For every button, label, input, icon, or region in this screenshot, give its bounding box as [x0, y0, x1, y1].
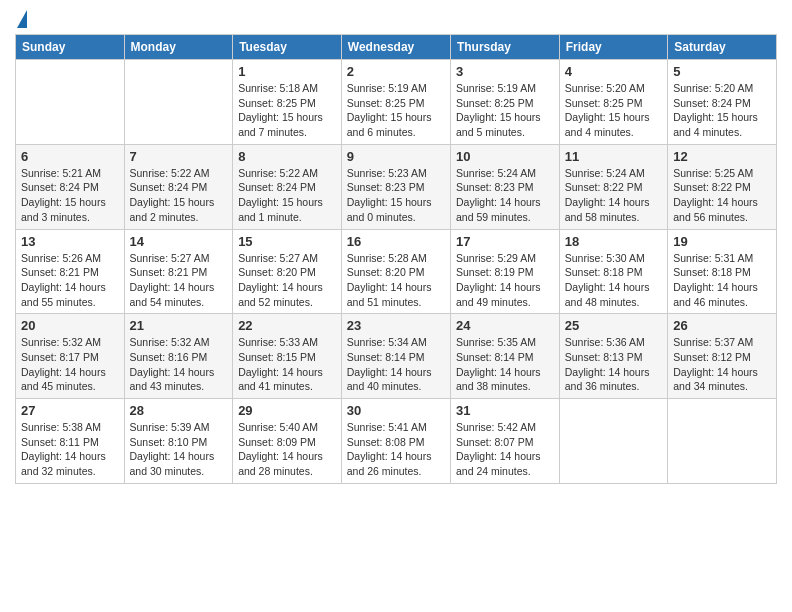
calendar-week-1: 1Sunrise: 5:18 AM Sunset: 8:25 PM Daylig…	[16, 60, 777, 145]
day-info: Sunrise: 5:33 AM Sunset: 8:15 PM Dayligh…	[238, 335, 336, 394]
day-number: 4	[565, 64, 662, 79]
calendar-cell: 14Sunrise: 5:27 AM Sunset: 8:21 PM Dayli…	[124, 229, 233, 314]
day-number: 17	[456, 234, 554, 249]
day-number: 24	[456, 318, 554, 333]
day-number: 12	[673, 149, 771, 164]
calendar-cell: 26Sunrise: 5:37 AM Sunset: 8:12 PM Dayli…	[668, 314, 777, 399]
day-number: 18	[565, 234, 662, 249]
calendar-cell: 29Sunrise: 5:40 AM Sunset: 8:09 PM Dayli…	[233, 399, 342, 484]
day-number: 28	[130, 403, 228, 418]
calendar-cell	[559, 399, 667, 484]
calendar-cell: 27Sunrise: 5:38 AM Sunset: 8:11 PM Dayli…	[16, 399, 125, 484]
logo-triangle-icon	[17, 10, 27, 28]
calendar-cell: 1Sunrise: 5:18 AM Sunset: 8:25 PM Daylig…	[233, 60, 342, 145]
calendar-cell: 3Sunrise: 5:19 AM Sunset: 8:25 PM Daylig…	[450, 60, 559, 145]
day-info: Sunrise: 5:30 AM Sunset: 8:18 PM Dayligh…	[565, 251, 662, 310]
calendar-cell: 19Sunrise: 5:31 AM Sunset: 8:18 PM Dayli…	[668, 229, 777, 314]
day-number: 6	[21, 149, 119, 164]
column-header-monday: Monday	[124, 35, 233, 60]
calendar-cell: 12Sunrise: 5:25 AM Sunset: 8:22 PM Dayli…	[668, 144, 777, 229]
calendar-table: SundayMondayTuesdayWednesdayThursdayFrid…	[15, 34, 777, 484]
calendar-cell: 9Sunrise: 5:23 AM Sunset: 8:23 PM Daylig…	[341, 144, 450, 229]
column-header-sunday: Sunday	[16, 35, 125, 60]
day-number: 10	[456, 149, 554, 164]
logo	[15, 10, 27, 28]
day-info: Sunrise: 5:28 AM Sunset: 8:20 PM Dayligh…	[347, 251, 445, 310]
day-info: Sunrise: 5:38 AM Sunset: 8:11 PM Dayligh…	[21, 420, 119, 479]
column-header-wednesday: Wednesday	[341, 35, 450, 60]
day-info: Sunrise: 5:42 AM Sunset: 8:07 PM Dayligh…	[456, 420, 554, 479]
calendar-cell: 2Sunrise: 5:19 AM Sunset: 8:25 PM Daylig…	[341, 60, 450, 145]
calendar-cell: 10Sunrise: 5:24 AM Sunset: 8:23 PM Dayli…	[450, 144, 559, 229]
day-info: Sunrise: 5:35 AM Sunset: 8:14 PM Dayligh…	[456, 335, 554, 394]
day-number: 21	[130, 318, 228, 333]
day-number: 27	[21, 403, 119, 418]
calendar-cell: 24Sunrise: 5:35 AM Sunset: 8:14 PM Dayli…	[450, 314, 559, 399]
day-info: Sunrise: 5:29 AM Sunset: 8:19 PM Dayligh…	[456, 251, 554, 310]
calendar-cell: 31Sunrise: 5:42 AM Sunset: 8:07 PM Dayli…	[450, 399, 559, 484]
calendar-cell: 20Sunrise: 5:32 AM Sunset: 8:17 PM Dayli…	[16, 314, 125, 399]
calendar-week-2: 6Sunrise: 5:21 AM Sunset: 8:24 PM Daylig…	[16, 144, 777, 229]
calendar-cell: 7Sunrise: 5:22 AM Sunset: 8:24 PM Daylig…	[124, 144, 233, 229]
calendar-cell	[16, 60, 125, 145]
day-number: 20	[21, 318, 119, 333]
calendar-week-3: 13Sunrise: 5:26 AM Sunset: 8:21 PM Dayli…	[16, 229, 777, 314]
calendar-cell: 13Sunrise: 5:26 AM Sunset: 8:21 PM Dayli…	[16, 229, 125, 314]
calendar-cell: 22Sunrise: 5:33 AM Sunset: 8:15 PM Dayli…	[233, 314, 342, 399]
day-number: 7	[130, 149, 228, 164]
day-number: 15	[238, 234, 336, 249]
day-info: Sunrise: 5:27 AM Sunset: 8:20 PM Dayligh…	[238, 251, 336, 310]
day-info: Sunrise: 5:26 AM Sunset: 8:21 PM Dayligh…	[21, 251, 119, 310]
calendar-cell: 8Sunrise: 5:22 AM Sunset: 8:24 PM Daylig…	[233, 144, 342, 229]
day-info: Sunrise: 5:25 AM Sunset: 8:22 PM Dayligh…	[673, 166, 771, 225]
day-info: Sunrise: 5:32 AM Sunset: 8:17 PM Dayligh…	[21, 335, 119, 394]
day-info: Sunrise: 5:24 AM Sunset: 8:22 PM Dayligh…	[565, 166, 662, 225]
day-info: Sunrise: 5:36 AM Sunset: 8:13 PM Dayligh…	[565, 335, 662, 394]
calendar-cell: 11Sunrise: 5:24 AM Sunset: 8:22 PM Dayli…	[559, 144, 667, 229]
column-header-friday: Friday	[559, 35, 667, 60]
calendar-cell: 23Sunrise: 5:34 AM Sunset: 8:14 PM Dayli…	[341, 314, 450, 399]
day-number: 31	[456, 403, 554, 418]
day-number: 11	[565, 149, 662, 164]
day-info: Sunrise: 5:40 AM Sunset: 8:09 PM Dayligh…	[238, 420, 336, 479]
day-number: 30	[347, 403, 445, 418]
calendar-cell: 17Sunrise: 5:29 AM Sunset: 8:19 PM Dayli…	[450, 229, 559, 314]
calendar-header-row: SundayMondayTuesdayWednesdayThursdayFrid…	[16, 35, 777, 60]
day-info: Sunrise: 5:20 AM Sunset: 8:24 PM Dayligh…	[673, 81, 771, 140]
day-info: Sunrise: 5:19 AM Sunset: 8:25 PM Dayligh…	[456, 81, 554, 140]
calendar-cell	[124, 60, 233, 145]
day-number: 14	[130, 234, 228, 249]
day-info: Sunrise: 5:32 AM Sunset: 8:16 PM Dayligh…	[130, 335, 228, 394]
day-info: Sunrise: 5:21 AM Sunset: 8:24 PM Dayligh…	[21, 166, 119, 225]
day-number: 25	[565, 318, 662, 333]
day-number: 29	[238, 403, 336, 418]
day-info: Sunrise: 5:22 AM Sunset: 8:24 PM Dayligh…	[238, 166, 336, 225]
day-number: 1	[238, 64, 336, 79]
day-info: Sunrise: 5:22 AM Sunset: 8:24 PM Dayligh…	[130, 166, 228, 225]
calendar-cell: 18Sunrise: 5:30 AM Sunset: 8:18 PM Dayli…	[559, 229, 667, 314]
day-number: 13	[21, 234, 119, 249]
calendar-cell	[668, 399, 777, 484]
calendar-cell: 16Sunrise: 5:28 AM Sunset: 8:20 PM Dayli…	[341, 229, 450, 314]
day-number: 3	[456, 64, 554, 79]
day-info: Sunrise: 5:24 AM Sunset: 8:23 PM Dayligh…	[456, 166, 554, 225]
calendar-cell: 28Sunrise: 5:39 AM Sunset: 8:10 PM Dayli…	[124, 399, 233, 484]
calendar-cell: 21Sunrise: 5:32 AM Sunset: 8:16 PM Dayli…	[124, 314, 233, 399]
day-info: Sunrise: 5:19 AM Sunset: 8:25 PM Dayligh…	[347, 81, 445, 140]
calendar-cell: 25Sunrise: 5:36 AM Sunset: 8:13 PM Dayli…	[559, 314, 667, 399]
calendar-cell: 6Sunrise: 5:21 AM Sunset: 8:24 PM Daylig…	[16, 144, 125, 229]
day-info: Sunrise: 5:37 AM Sunset: 8:12 PM Dayligh…	[673, 335, 771, 394]
day-number: 9	[347, 149, 445, 164]
day-number: 16	[347, 234, 445, 249]
calendar-cell: 4Sunrise: 5:20 AM Sunset: 8:25 PM Daylig…	[559, 60, 667, 145]
day-number: 23	[347, 318, 445, 333]
page-header	[15, 10, 777, 28]
day-info: Sunrise: 5:39 AM Sunset: 8:10 PM Dayligh…	[130, 420, 228, 479]
day-info: Sunrise: 5:20 AM Sunset: 8:25 PM Dayligh…	[565, 81, 662, 140]
calendar-cell: 15Sunrise: 5:27 AM Sunset: 8:20 PM Dayli…	[233, 229, 342, 314]
calendar-cell: 5Sunrise: 5:20 AM Sunset: 8:24 PM Daylig…	[668, 60, 777, 145]
day-info: Sunrise: 5:23 AM Sunset: 8:23 PM Dayligh…	[347, 166, 445, 225]
day-info: Sunrise: 5:41 AM Sunset: 8:08 PM Dayligh…	[347, 420, 445, 479]
day-info: Sunrise: 5:34 AM Sunset: 8:14 PM Dayligh…	[347, 335, 445, 394]
calendar-cell: 30Sunrise: 5:41 AM Sunset: 8:08 PM Dayli…	[341, 399, 450, 484]
